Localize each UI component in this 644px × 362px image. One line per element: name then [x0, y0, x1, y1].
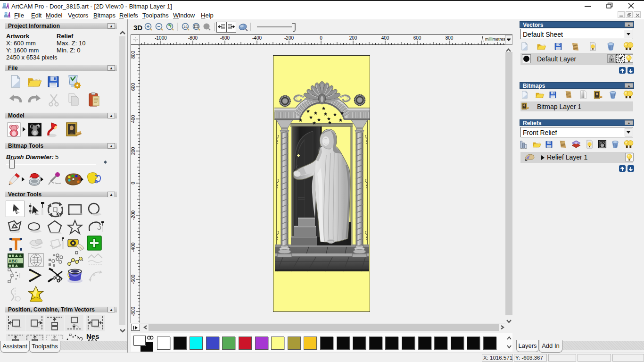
svg-text:ABC: ABC [8, 259, 18, 263]
svg-text:Nes: Nes [86, 333, 99, 340]
svg-text:1:1: 1:1 [183, 25, 188, 28]
svg-text:400: 400 [131, 115, 136, 123]
svg-text:-600: -600 [220, 35, 230, 41]
svg-text:0: 0 [320, 35, 322, 41]
svg-text:800: 800 [446, 35, 454, 41]
svg-text:800: 800 [131, 51, 136, 59]
svg-text:-400: -400 [252, 35, 262, 41]
svg-text:200: 200 [131, 147, 136, 155]
svg-text:-200: -200 [131, 210, 136, 220]
svg-text:-600: -600 [131, 275, 136, 284]
svg-text:-200: -200 [284, 35, 294, 41]
svg-text:400: 400 [381, 35, 389, 41]
svg-text:-800: -800 [188, 35, 198, 41]
svg-text:-1000: -1000 [155, 35, 167, 41]
svg-text:-400: -400 [131, 243, 136, 252]
svg-text:millimetres: millimetres [485, 37, 505, 42]
svg-text:600: 600 [131, 83, 136, 91]
svg-text:0: 0 [131, 182, 136, 185]
svg-text:200: 200 [349, 35, 357, 41]
svg-text:600: 600 [413, 35, 421, 41]
svg-text:-800: -800 [131, 307, 136, 316]
